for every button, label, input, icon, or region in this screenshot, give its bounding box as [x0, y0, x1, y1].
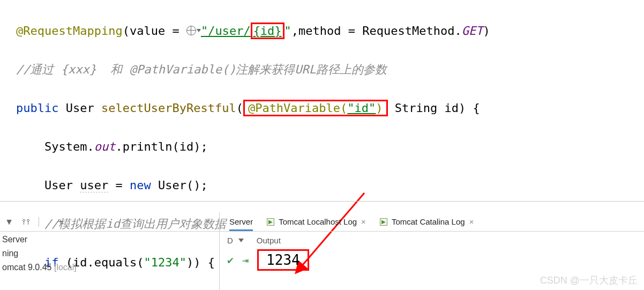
deploy-arrow-icon[interactable]: ⇥: [242, 254, 249, 266]
url-literal-suffix: ": [284, 24, 291, 38]
annotation-pathvariable: @PathVariable(: [248, 101, 347, 115]
add-icon[interactable]: ＋: [56, 217, 65, 227]
tab-server[interactable]: Server: [229, 217, 253, 231]
panel-divider: [0, 201, 644, 202]
paren: ): [483, 24, 490, 38]
method-name: selectUserByRestful: [101, 101, 236, 115]
text: ,method = RequestMethod.: [291, 24, 462, 38]
kw-public: public: [16, 101, 58, 115]
pathvariable-arg: "id": [347, 101, 376, 115]
tomcat-local: [local]: [54, 263, 77, 272]
output-row: ✔ ⇥ 1234: [220, 247, 644, 273]
url-literal-prefix: "/user/: [201, 24, 251, 38]
eq: =: [108, 179, 130, 192]
row-tomcat[interactable]: omcat 9.0.45 [local]: [0, 261, 219, 274]
check-icon: ✔: [227, 254, 234, 266]
field-out: out: [94, 140, 116, 153]
kw-new: new: [130, 179, 151, 192]
tab-localhost-label: Tomcat Localhost Log: [279, 217, 357, 226]
tab-catalina-label: Tomcat Catalina Log: [392, 217, 465, 226]
run-config-panel: ▼ ⫯⫯ ＋ Server ning omcat 9.0.45 [local]: [0, 212, 220, 290]
chevron-down-icon[interactable]: [197, 29, 201, 32]
close-icon[interactable]: ×: [469, 217, 474, 226]
row-running[interactable]: ning: [0, 247, 219, 261]
paren: (: [236, 101, 243, 115]
annotation-requestmapping: @RequestMapping: [16, 24, 123, 38]
log-icon: ▶: [267, 218, 274, 226]
return-type: User: [66, 101, 94, 115]
toolbar: ▼ ⫯⫯ ＋: [0, 212, 219, 232]
tomcat-name: omcat 9.0.45: [2, 263, 52, 272]
tab-localhost-log[interactable]: ▶ Tomcat Localhost Log ×: [267, 217, 366, 226]
filter-icon[interactable]: ▼: [4, 217, 14, 227]
system: System.: [44, 140, 94, 153]
tab-catalina-log[interactable]: ▶ Tomcat Catalina Log ×: [380, 217, 474, 226]
url-id-placeholder: {id}: [253, 24, 282, 38]
output-label: Output: [257, 236, 281, 245]
enum-get: GET: [462, 24, 483, 38]
close-icon[interactable]: ×: [361, 217, 366, 226]
watermark: CSDN @一只大皮卡丘: [540, 274, 638, 287]
log-icon: ▶: [380, 218, 387, 226]
column-d: D: [227, 236, 233, 245]
var-user: user: [80, 179, 108, 192]
console-tabs: Server ▶ Tomcat Localhost Log × ▶ Tomcat…: [220, 212, 644, 232]
row-server[interactable]: Server: [0, 233, 219, 247]
paren: ): [376, 101, 383, 115]
ctor: User();: [151, 179, 208, 192]
globe-icon: [186, 26, 196, 35]
println: .println(id);: [115, 140, 207, 153]
tab-server-label: Server: [229, 217, 253, 226]
comment: //通过 {xxx} 和 @PathVariable()注解来获得URL路径上的…: [16, 63, 387, 76]
divider: [39, 217, 48, 227]
user-decl-pre: User: [44, 179, 80, 192]
console-header: D Output: [220, 232, 644, 247]
pin-icon[interactable]: ⫯⫯: [21, 217, 31, 227]
param-sig: String id) {: [388, 101, 480, 115]
text: (value =: [123, 24, 186, 38]
chevron-down-icon[interactable]: [238, 239, 244, 242]
console-output-value: 1234: [257, 249, 309, 271]
